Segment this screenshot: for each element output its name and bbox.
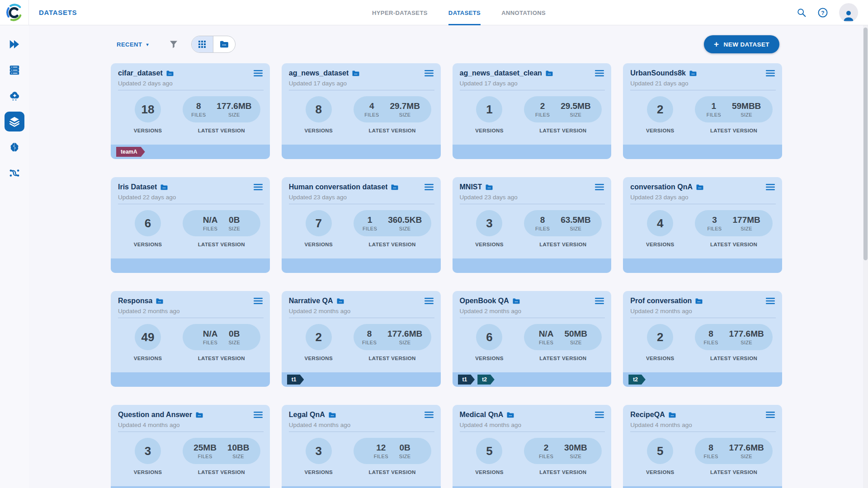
size-label: SIZE — [570, 340, 582, 345]
dataset-card-MNIST[interactable]: MNIST Updated 23 days ago 3 VERSIONS 8FI… — [453, 177, 612, 273]
versions-label: VERSIONS — [299, 356, 339, 361]
files-count: 8 — [708, 329, 713, 339]
card-divider — [118, 318, 264, 318]
card-menu-icon[interactable] — [253, 69, 264, 77]
versions-count: 4 — [647, 210, 673, 236]
dataset-card-ag_news_dataset_clean[interactable]: ag_news_dataset_clean Updated 17 days ag… — [453, 63, 612, 159]
dataset-card-Responsa[interactable]: Responsa Updated 2 months ago 49 VERSION… — [111, 291, 270, 387]
dataset-card-Prof-conversation[interactable]: Prof conversation Updated 2 months ago 2… — [623, 291, 782, 387]
dataset-card-conversation-QnA[interactable]: conversation QnA Updated 23 days ago 4 V… — [623, 177, 782, 273]
dataset-card-Narrative-QA[interactable]: Narrative QA Updated 2 months ago 2 VERS… — [282, 291, 441, 387]
card-menu-icon[interactable] — [253, 297, 264, 305]
card-menu-icon[interactable] — [765, 297, 776, 305]
card-tags-strip — [453, 258, 612, 273]
dataset-card-UrbanSounds8k[interactable]: UrbanSounds8k Updated 21 days ago 2 VERS… — [623, 63, 782, 159]
card-menu-icon[interactable] — [424, 69, 434, 77]
folder-icon — [669, 412, 676, 418]
folder-icon — [156, 298, 163, 304]
card-menu-icon[interactable] — [594, 297, 605, 305]
app-logo[interactable] — [0, 0, 29, 25]
sidebar-item-projects[interactable] — [5, 34, 24, 54]
size-label: SIZE — [228, 112, 240, 117]
sort-dropdown[interactable]: RECENT ▾ — [117, 41, 149, 48]
size-value: 177MB — [733, 215, 760, 225]
dataset-card-Legal-QnA[interactable]: Legal QnA Updated 4 months ago 3 VERSION… — [282, 405, 441, 488]
dataset-card-Human-conversation-dataset[interactable]: Human conversation dataset Updated 23 da… — [282, 177, 441, 273]
tab-datasets[interactable]: DATASETS — [448, 0, 481, 25]
card-menu-icon[interactable] — [253, 411, 264, 419]
files-count: 4 — [369, 101, 374, 111]
updated-text: Updated 2 months ago — [289, 308, 434, 314]
new-dataset-label: NEW DATASET — [724, 41, 769, 48]
updated-text: Updated 23 days ago — [289, 194, 434, 201]
card-menu-icon[interactable] — [765, 69, 776, 77]
size-label: SIZE — [399, 454, 411, 459]
card-menu-icon[interactable] — [594, 411, 605, 419]
scrollbar-track[interactable] — [863, 25, 868, 488]
dataset-card-cifar_dataset[interactable]: cifar_dataset Updated 2 days ago 18 VERS… — [111, 63, 270, 159]
versions-count: 18 — [135, 96, 161, 122]
files-label: FILES — [535, 226, 550, 231]
sort-label: RECENT — [117, 41, 142, 48]
sidebar-item-datasets[interactable] — [5, 112, 24, 131]
versions-count: 6 — [476, 324, 502, 350]
files-count: N/A — [539, 329, 554, 339]
size-label: SIZE — [741, 226, 752, 231]
dataset-card-Iris-Dataset[interactable]: Iris Dataset Updated 22 days ago 6 VERSI… — [111, 177, 270, 273]
versions-count: 5 — [647, 438, 673, 464]
card-menu-icon[interactable] — [594, 183, 605, 191]
card-menu-icon[interactable] — [765, 183, 776, 191]
card-divider — [630, 318, 776, 318]
dataset-title: ag_news_dataset — [289, 69, 349, 77]
card-divider — [118, 432, 264, 432]
files-label: FILES — [374, 454, 388, 459]
card-menu-icon[interactable] — [424, 297, 434, 305]
files-count: 1 — [712, 101, 717, 111]
user-avatar-icon[interactable] — [839, 3, 858, 22]
help-icon[interactable]: ? — [817, 7, 828, 18]
search-icon[interactable] — [797, 8, 807, 18]
folder-icon — [329, 412, 336, 418]
dataset-title: cifar_dataset — [118, 69, 163, 77]
sidebar-item-workers[interactable] — [5, 86, 24, 106]
dataset-card-Question-and-Answer[interactable]: Question and Answer Updated 4 months ago… — [111, 405, 270, 488]
card-tags-strip — [453, 145, 612, 159]
dataset-card-OpenBook-QA[interactable]: OpenBook QA Updated 2 months ago 6 VERSI… — [453, 291, 612, 387]
grid-view-button[interactable] — [192, 36, 213, 52]
card-menu-icon[interactable] — [765, 411, 776, 419]
folder-icon — [689, 70, 697, 76]
tab-annotations[interactable]: ANNOTATIONS — [501, 0, 546, 25]
card-divider — [460, 318, 605, 318]
card-menu-icon[interactable] — [253, 183, 264, 191]
versions-label: VERSIONS — [470, 242, 509, 247]
card-tags-strip — [453, 486, 612, 488]
size-value: 0B — [229, 215, 240, 225]
dataset-card-Medical-QnA[interactable]: Medical QnA Updated 4 months ago 5 VERSI… — [453, 405, 612, 488]
sidebar-item-queues[interactable] — [5, 60, 24, 80]
dataset-title: OpenBook QA — [460, 297, 509, 305]
dataset-title: conversation QnA — [630, 183, 693, 191]
latest-version-label: LATEST VERSION — [350, 128, 434, 133]
files-count: 8 — [540, 215, 545, 225]
versions-count: 5 — [476, 438, 502, 464]
card-menu-icon[interactable] — [594, 69, 605, 77]
versions-label: VERSIONS — [470, 469, 509, 475]
sidebar-item-pipelines[interactable] — [5, 163, 24, 183]
dataset-card-RecipeQA[interactable]: RecipeQA Updated 4 months ago 5 VERSIONS… — [623, 405, 782, 488]
dataset-card-ag_news_dataset[interactable]: ag_news_dataset Updated 17 days ago 8 VE… — [282, 63, 441, 159]
scrollbar-thumb[interactable] — [863, 28, 868, 260]
card-menu-icon[interactable] — [424, 411, 434, 419]
files-label: FILES — [707, 226, 722, 231]
card-tags-strip: teamA — [111, 145, 270, 159]
new-dataset-button[interactable]: + NEW DATASET — [704, 35, 779, 53]
tab-hyper-datasets[interactable]: HYPER-DATASETS — [372, 0, 428, 25]
card-tags-strip — [282, 258, 441, 273]
card-tags-strip — [623, 258, 782, 273]
card-menu-icon[interactable] — [424, 183, 434, 191]
card-body: conversation QnA Updated 23 days ago 4 V… — [623, 177, 782, 247]
latest-version-label: LATEST VERSION — [692, 242, 776, 247]
filter-button[interactable] — [170, 41, 178, 48]
sidebar-item-models[interactable] — [5, 137, 24, 157]
queues-icon — [9, 64, 20, 76]
folder-view-button[interactable] — [213, 36, 235, 52]
